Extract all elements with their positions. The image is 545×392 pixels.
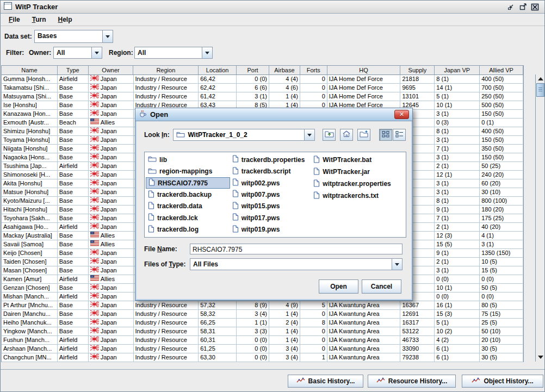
menu-turn[interactable]: Turn: [27, 14, 51, 25]
menu-file[interactable]: File: [4, 14, 25, 25]
table-row[interactable]: Gumma [Honsh...AirfieldJapanIndustry / R…: [2, 75, 523, 84]
file-item[interactable]: RHSCAIO7.7975: [146, 177, 230, 189]
cancel-button[interactable]: Cancel: [362, 279, 401, 294]
japan-flag-icon: [90, 101, 99, 109]
close-button[interactable]: [530, 3, 539, 11]
file-item[interactable]: witp017.pws: [230, 212, 312, 223]
column-header-owner[interactable]: Owner: [89, 66, 134, 75]
owner-combo-arrow-icon[interactable]: [91, 47, 102, 58]
japan-flag-icon: [90, 223, 99, 231]
dialog-title: Open: [150, 110, 394, 119]
minimize-button[interactable]: [506, 3, 515, 11]
home-button[interactable]: [340, 129, 353, 141]
cell-type: Base: [58, 258, 89, 266]
file-item[interactable]: trackerdb.properties: [230, 154, 312, 165]
table-row[interactable]: Dairen [Manchu...BaseJapanIndustry / Res…: [2, 310, 523, 319]
table-row[interactable]: Changchun [MN...AirfieldJapanIndustry / …: [2, 353, 523, 362]
cell-name: Mackay [Australia]: [2, 232, 58, 240]
app-window: WitP Tracker FileTurnHelp Data set: Base…: [0, 0, 545, 392]
column-header-location[interactable]: Location: [199, 66, 237, 75]
japan-flag-icon: [90, 110, 99, 118]
file-item[interactable]: witp019.pws: [230, 224, 312, 235]
list-view-button[interactable]: [393, 129, 406, 141]
file-name-label: File Name:: [144, 245, 190, 253]
file-name-input[interactable]: RHSCAIO7.7975: [190, 244, 402, 254]
file-item[interactable]: witp015.pws: [230, 201, 312, 212]
file-item[interactable]: trackerdb.script: [230, 165, 312, 177]
object-history-button[interactable]: Object History...: [462, 375, 543, 388]
allies-flag-icon: [90, 119, 99, 127]
table-row[interactable]: Arshaan [Manch...AirfieldJapanIndustry /…: [2, 345, 523, 353]
region-filter-combo[interactable]: All: [134, 47, 213, 59]
scrollbar-thumb[interactable]: [536, 83, 544, 97]
open-button[interactable]: Open: [319, 279, 358, 294]
region-combo-arrow-icon[interactable]: [202, 47, 212, 58]
vertical-scrollbar[interactable]: [535, 74, 544, 362]
column-header-type[interactable]: Type: [58, 66, 89, 75]
cell-japan_vp: 10 (1): [435, 284, 480, 293]
file-item[interactable]: trackerdb.log: [146, 224, 230, 235]
new-folder-button[interactable]: [357, 129, 370, 141]
cell-japan_vp: 10 (2): [435, 327, 480, 336]
look-in-combo-arrow-icon[interactable]: [304, 129, 314, 140]
cell-location: 61,42: [199, 92, 237, 101]
dataset-combo[interactable]: Bases: [34, 30, 113, 43]
cell-type: Base: [58, 110, 89, 119]
table-row[interactable]: Takamatsu [Shi...BaseJapanIndustry / Res…: [2, 84, 523, 92]
dialog-titlebar[interactable]: Open ✕: [135, 108, 412, 121]
cell-owner: Japan: [89, 179, 134, 188]
table-row[interactable]: Yingkow [Manch...BaseJapanIndustry / Res…: [2, 327, 523, 336]
cell-allied_vp: 30 (5): [480, 345, 523, 353]
maximize-button[interactable]: [518, 3, 527, 11]
column-header-hq[interactable]: HQ: [327, 66, 401, 75]
file-item[interactable]: WitPTracker.bat: [311, 154, 405, 166]
file-item[interactable]: trackerdb.lck: [146, 212, 230, 223]
scroll-down-icon[interactable]: [538, 356, 543, 359]
file-item[interactable]: witptrackerchs.txt: [311, 190, 405, 202]
file-icon: [232, 202, 239, 211]
table-row[interactable]: Heiho [Manchuk...BaseJapanIndustry / Res…: [2, 319, 523, 327]
filter-row: Filter: Owner: All Region: All: [1, 46, 544, 60]
column-header-allied_vp[interactable]: Allied VP: [480, 66, 523, 75]
menu-help[interactable]: Help: [53, 14, 77, 25]
dialog-close-button[interactable]: ✕: [394, 110, 409, 119]
column-header-region[interactable]: Region: [133, 66, 199, 75]
window-titlebar[interactable]: WitP Tracker: [1, 1, 544, 14]
table-row[interactable]: Fushun [Manch...AirfieldJapanIndustry / …: [2, 336, 523, 345]
look-in-label: Look In:: [144, 131, 173, 139]
cell-allied_vp: 15 (5): [480, 266, 523, 275]
file-item[interactable]: witp002.pws: [230, 177, 312, 189]
column-header-name[interactable]: Name: [2, 66, 58, 75]
cell-supply: 33090: [400, 345, 435, 353]
file-item[interactable]: witptracker.properties: [311, 178, 405, 190]
resource-history-button[interactable]: Resource History...: [368, 375, 456, 388]
dataset-combo-arrow-icon[interactable]: [102, 30, 113, 42]
scroll-up-icon[interactable]: [538, 77, 543, 80]
file-item[interactable]: WitPTracker.jar: [311, 166, 405, 178]
basic-history-button[interactable]: Basic History...: [288, 375, 363, 388]
folder-item[interactable]: region-mappings: [146, 165, 230, 177]
japan-flag-icon: [90, 353, 99, 362]
filter-label: Filter:: [6, 49, 24, 57]
look-in-combo[interactable]: WitPTracker_1_0_2: [173, 129, 315, 141]
file-item[interactable]: trackerdb.backup: [146, 189, 230, 200]
owner-filter-combo[interactable]: All: [53, 47, 102, 59]
column-header-forts[interactable]: Forts: [300, 66, 327, 75]
column-header-port[interactable]: Port: [237, 66, 269, 75]
cell-name: Ise [Honshu]: [2, 101, 58, 110]
table-row[interactable]: Pt Arthur [Mnchu...BaseJapanIndustry / R…: [2, 301, 523, 310]
column-header-airbase[interactable]: Airbase: [269, 66, 300, 75]
table-row[interactable]: Matsuyama [Shi...BaseJapanIndustry / Res…: [2, 92, 523, 101]
tiles-view-button[interactable]: [379, 129, 392, 141]
up-folder-button[interactable]: [323, 129, 336, 141]
file-item[interactable]: trackerdb.data: [146, 201, 230, 212]
cell-name: Nagaoka [Hons...: [2, 153, 58, 162]
column-header-japan_vp[interactable]: Japan VP: [435, 66, 480, 75]
folder-item[interactable]: lib: [146, 154, 230, 165]
files-of-type-combo[interactable]: All Files: [190, 258, 402, 270]
column-header-supply[interactable]: Supply: [400, 66, 435, 75]
files-of-type-arrow-icon[interactable]: [392, 259, 402, 270]
cell-location: 57,32: [199, 301, 237, 310]
file-item[interactable]: witp007.pws: [230, 189, 312, 200]
cell-type: Base: [58, 145, 89, 153]
